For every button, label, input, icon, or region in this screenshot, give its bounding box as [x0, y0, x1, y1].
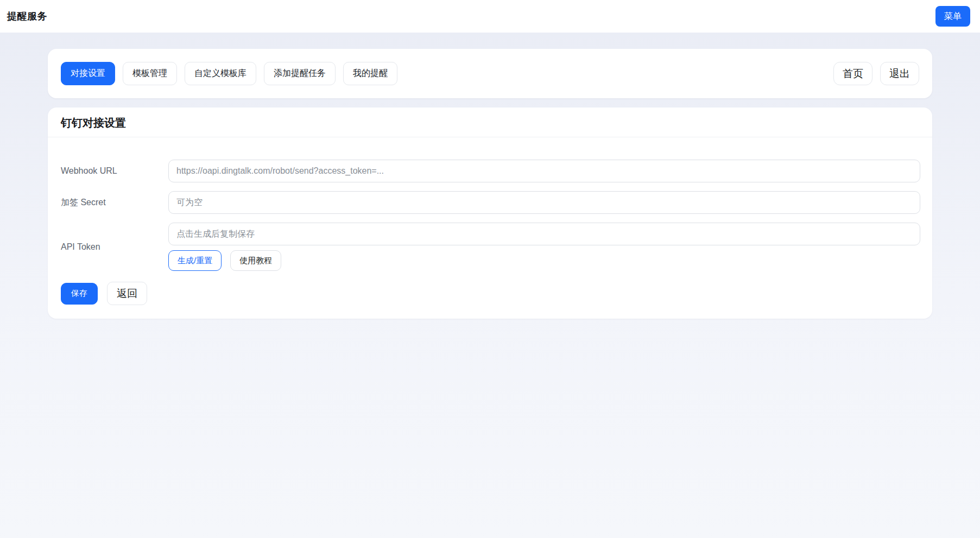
secret-row: 加签 Secret — [61, 191, 920, 214]
settings-form: Webhook URL 加签 Secret API Token 生成/重置 使用… — [48, 137, 932, 319]
page-content: 对接设置 模板管理 自定义模板库 添加提醒任务 我的提醒 首页 退出 钉钉对接设… — [0, 33, 980, 340]
back-button[interactable]: 返回 — [107, 282, 147, 305]
app-header: 提醒服务 菜单 — [0, 0, 980, 33]
nav-right-group: 首页 退出 — [833, 62, 919, 85]
webhook-url-label: Webhook URL — [61, 166, 168, 176]
dingtalk-settings-card: 钉钉对接设置 Webhook URL 加签 Secret API Token — [48, 107, 932, 319]
logout-button[interactable]: 退出 — [880, 62, 919, 85]
secret-input[interactable] — [168, 191, 920, 214]
tab-template-management[interactable]: 模板管理 — [123, 62, 177, 85]
settings-title: 钉钉对接设置 — [61, 116, 919, 130]
save-button[interactable]: 保存 — [61, 283, 98, 305]
webhook-url-input[interactable] — [168, 160, 920, 182]
api-token-buttons: 生成/重置 使用教程 — [168, 250, 920, 271]
tab-my-reminders[interactable]: 我的提醒 — [343, 62, 397, 85]
home-button[interactable]: 首页 — [833, 62, 872, 85]
menu-button[interactable]: 菜单 — [935, 6, 970, 27]
api-token-label: API Token — [61, 242, 168, 252]
api-token-row: API Token 生成/重置 使用教程 — [61, 223, 920, 271]
tab-custom-template-library[interactable]: 自定义模板库 — [185, 62, 256, 85]
api-token-input[interactable] — [168, 223, 920, 245]
nav-tab-group: 对接设置 模板管理 自定义模板库 添加提醒任务 我的提醒 — [61, 62, 397, 85]
secret-label: 加签 Secret — [61, 197, 168, 208]
settings-card-header: 钉钉对接设置 — [48, 107, 932, 137]
form-actions: 保存 返回 — [61, 282, 920, 305]
generate-reset-button[interactable]: 生成/重置 — [168, 250, 222, 271]
tab-connection-settings[interactable]: 对接设置 — [61, 62, 115, 85]
tab-add-reminder-task[interactable]: 添加提醒任务 — [264, 62, 336, 85]
webhook-url-row: Webhook URL — [61, 160, 920, 182]
tutorial-button[interactable]: 使用教程 — [230, 250, 281, 271]
app-title: 提醒服务 — [7, 10, 47, 23]
nav-card: 对接设置 模板管理 自定义模板库 添加提醒任务 我的提醒 首页 退出 — [48, 49, 932, 98]
